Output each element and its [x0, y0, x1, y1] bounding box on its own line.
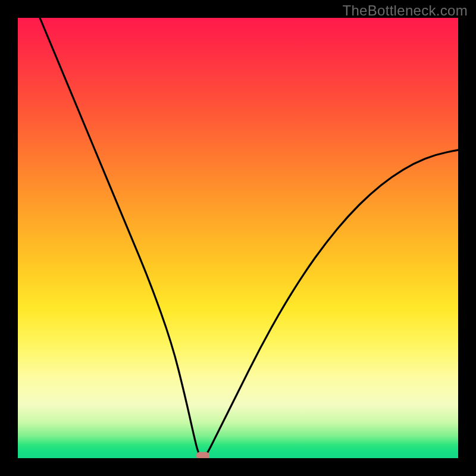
bottleneck-curve	[18, 18, 458, 458]
plot-area	[18, 18, 458, 458]
watermark-text: TheBottleneck.com	[342, 2, 468, 19]
curve-path	[40, 18, 458, 457]
chart-frame: TheBottleneck.com	[0, 0, 476, 476]
optimal-marker	[196, 452, 209, 459]
